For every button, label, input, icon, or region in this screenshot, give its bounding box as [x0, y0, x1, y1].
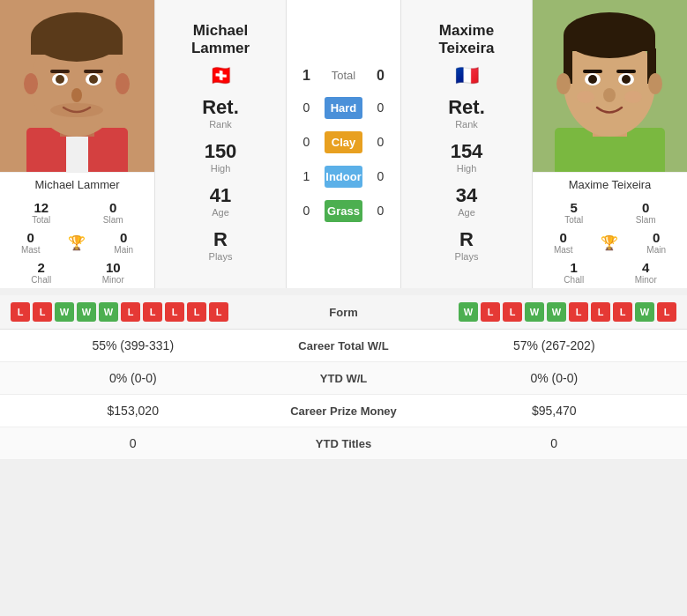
svg-point-11: [56, 75, 64, 84]
form-badge: W: [459, 302, 478, 322]
player2-main: 0 Main: [646, 230, 666, 255]
main-container: Michael Lammer 12 Total 0 Slam 0 Mast 🏆: [0, 0, 687, 460]
stats-row: 0% (0-0) YTD W/L 0% (0-0): [0, 362, 687, 395]
player1-minor: 10 Minor: [79, 260, 148, 285]
player2-form-badges: WLLWWLLLWL: [397, 302, 677, 322]
svg-rect-22: [564, 35, 655, 51]
form-badge: W: [525, 302, 544, 322]
player2-plays: R Plays: [455, 228, 479, 262]
player1-flag: 🇨🇭: [209, 64, 233, 87]
player2-card: Maxime Teixeira 5 Total 0 Slam 0 Mast 🏆: [533, 0, 687, 288]
grass-row: 0 Grass 0: [287, 194, 400, 228]
total-row: 1 Total 0: [287, 61, 400, 91]
stats-row: 55% (399-331) Career Total W/L 57% (267-…: [0, 330, 687, 362]
player2-chall: 1 Chall: [540, 260, 609, 285]
player2-minor: 4 Minor: [612, 260, 681, 285]
bottom-section: LLWWWLLLLL Form WLLWWLLLWL 55% (399-331)…: [0, 295, 687, 460]
player2-mast: 0 Mast: [554, 230, 573, 255]
player1-total: 12 Total: [7, 200, 76, 225]
player2-chall-stats: 1 Chall 4 Minor: [533, 256, 687, 288]
player2-slam: 0 Slam: [612, 200, 681, 225]
svg-rect-31: [583, 70, 602, 73]
player2-name: Maxime Teixeira: [533, 172, 687, 197]
svg-point-16: [50, 103, 103, 117]
stats-row: 0 YTD Titles 0: [0, 427, 687, 460]
form-badge: L: [569, 302, 588, 322]
trophy-icon-1: 🏆: [68, 234, 86, 251]
form-badge: L: [187, 302, 206, 322]
stats-row: $153,020 Career Prize Money $95,470: [0, 395, 687, 427]
indoor-row: 1 Indoor 0: [287, 160, 400, 194]
top-section: Michael Lammer 12 Total 0 Slam 0 Mast 🏆: [0, 0, 687, 288]
stats-left-2: $153,020: [11, 404, 256, 418]
clay-row: 0 Clay 0: [287, 125, 400, 160]
stats-left-3: 0: [11, 436, 256, 450]
player1-slam: 0 Slam: [79, 200, 148, 225]
svg-rect-14: [84, 70, 103, 73]
svg-point-7: [24, 73, 38, 94]
stats-right-0: 57% (267-202): [432, 338, 677, 353]
player1-chall: 2 Chall: [7, 260, 76, 285]
svg-rect-6: [31, 37, 123, 55]
player1-form-badges: LLWWWLLLLL: [11, 302, 291, 322]
svg-point-34: [577, 91, 594, 103]
player1-age: 41 Age: [210, 184, 231, 218]
stats-center-1: YTD W/L: [256, 372, 432, 385]
player1-stats: 12 Total 0 Slam: [0, 197, 154, 228]
player1-rank: Ret. Rank: [202, 96, 239, 130]
clay-button[interactable]: Clay: [325, 131, 362, 153]
form-badge: W: [99, 302, 118, 322]
player2-center-name: Maxime Teixeira: [438, 22, 494, 57]
hard-button[interactable]: Hard: [325, 97, 362, 119]
svg-rect-13: [50, 70, 70, 73]
form-badge: L: [143, 302, 162, 322]
svg-point-25: [556, 73, 571, 94]
player2-photo: [533, 0, 687, 172]
form-badge: L: [209, 302, 228, 322]
svg-point-15: [71, 88, 82, 102]
form-badge: W: [635, 302, 654, 322]
grass-button[interactable]: Grass: [325, 200, 362, 222]
form-badge: W: [77, 302, 96, 322]
svg-point-35: [624, 91, 642, 103]
player2-trophy-row: 0 Mast 🏆 0 Main: [533, 228, 687, 256]
stats-center-2: Career Prize Money: [256, 404, 432, 418]
svg-point-8: [116, 73, 130, 94]
player2-age: 34 Age: [456, 184, 477, 218]
player1-main: 0 Main: [114, 230, 133, 255]
form-badge: L: [503, 302, 522, 322]
player2-center-info: Maxime Teixeira 🇫🇷 Ret. Rank 154 High 34…: [400, 0, 533, 288]
form-badge: L: [591, 302, 610, 322]
form-badge: L: [165, 302, 184, 322]
form-badge: L: [121, 302, 140, 322]
form-badge: L: [33, 302, 52, 322]
player2-flag: 🇫🇷: [455, 64, 479, 87]
svg-point-33: [603, 88, 616, 102]
hard-row: 0 Hard 0: [287, 91, 400, 125]
player1-plays: R Plays: [209, 228, 233, 262]
player1-photo: [0, 0, 154, 172]
svg-point-29: [588, 75, 597, 84]
player1-name: Michael Lammer: [0, 172, 154, 197]
svg-point-26: [648, 73, 662, 94]
stats-center-3: YTD Titles: [256, 437, 432, 450]
player1-card: Michael Lammer 12 Total 0 Slam 0 Mast 🏆: [0, 0, 154, 288]
player1-high: 150 High: [205, 140, 237, 174]
svg-point-12: [89, 75, 98, 84]
form-badge: L: [481, 302, 500, 322]
player2-total: 5 Total: [540, 200, 609, 225]
indoor-button[interactable]: Indoor: [325, 166, 362, 188]
stats-right-2: $95,470: [432, 404, 677, 418]
player1-center-name: Michael Lammer: [191, 22, 250, 57]
stats-right-1: 0% (0-0): [432, 371, 677, 385]
form-badge: L: [613, 302, 632, 322]
trophy-icon-2: 🏆: [601, 234, 618, 251]
player1-trophy-row: 0 Mast 🏆 0 Main: [0, 228, 154, 256]
form-badge: W: [547, 302, 566, 322]
stats-center-0: Career Total W/L: [256, 339, 432, 353]
stats-table: 55% (399-331) Career Total W/L 57% (267-…: [0, 330, 687, 460]
svg-point-30: [622, 75, 631, 84]
form-badge: L: [11, 302, 30, 322]
player2-stats: 5 Total 0 Slam: [533, 197, 687, 228]
player1-chall-stats: 2 Chall 10 Minor: [0, 256, 154, 288]
